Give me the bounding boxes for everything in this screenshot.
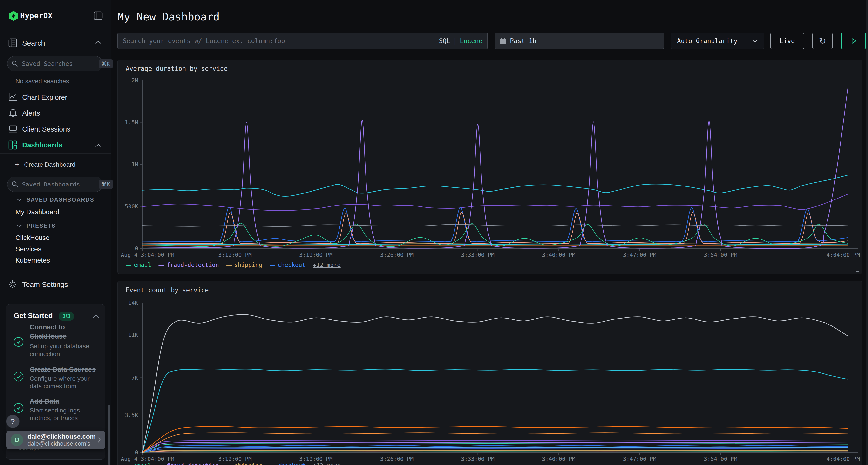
live-button[interactable]: Live bbox=[770, 33, 804, 49]
get-started-progress-badge: 3/3 bbox=[59, 311, 74, 321]
user-email: dale@clickhouse.com bbox=[28, 433, 97, 440]
legend-label[interactable]: shipping bbox=[235, 462, 262, 465]
sidebar-item-clickhouse[interactable]: ClickHouse bbox=[16, 234, 50, 242]
legend-swatch bbox=[126, 265, 131, 266]
search-section-icon bbox=[8, 38, 18, 48]
chart-legend: email fraud-detection shipping checkout … bbox=[126, 462, 341, 465]
saved-searches-input[interactable]: ⌘K bbox=[7, 56, 103, 71]
svg-text:3:19:00 PM: 3:19:00 PM bbox=[299, 252, 333, 258]
sql-toggle[interactable]: SQL bbox=[439, 37, 450, 44]
client-sessions-laptop-icon bbox=[8, 125, 18, 133]
legend-label[interactable]: shipping bbox=[235, 262, 262, 268]
legend-item[interactable]: checkout bbox=[270, 262, 306, 268]
check-circle-icon bbox=[13, 403, 24, 413]
legend-item[interactable]: email bbox=[126, 262, 151, 268]
svg-text:4:04:00 PM: 4:04:00 PM bbox=[827, 456, 860, 462]
alerts-bell-icon bbox=[9, 108, 18, 118]
sidebar-item-my-dashboard[interactable]: My Dashboard bbox=[16, 208, 59, 216]
create-dashboard-button[interactable]: Create Dashboard bbox=[24, 161, 75, 168]
time-range-picker[interactable]: Past 1h bbox=[495, 33, 664, 49]
help-button[interactable]: ? bbox=[6, 414, 20, 428]
event-search-input[interactable] bbox=[123, 37, 439, 44]
legend-label[interactable]: fraud-detection bbox=[166, 262, 219, 268]
granularity-select[interactable]: Auto Granularity bbox=[671, 33, 764, 49]
svg-text:0: 0 bbox=[135, 245, 138, 252]
panel-resize-handle[interactable] bbox=[856, 268, 859, 272]
sidebar-item-alerts[interactable]: Alerts bbox=[22, 109, 40, 117]
get-started-item-desc: Configure where your data comes from bbox=[30, 375, 100, 390]
legend-swatch bbox=[158, 265, 164, 266]
saved-searches-field[interactable] bbox=[22, 60, 99, 67]
saved-dashboards-input[interactable]: ⌘K bbox=[7, 176, 103, 192]
legend-item[interactable]: shipping bbox=[226, 462, 262, 465]
lucene-toggle[interactable]: Lucene bbox=[460, 37, 483, 44]
keyboard-shortcut-badge: ⌘K bbox=[99, 180, 113, 189]
time-range-value: Past 1h bbox=[510, 37, 536, 44]
sidebar-item-services[interactable]: Services bbox=[16, 245, 41, 253]
svg-text:3:40:00 PM: 3:40:00 PM bbox=[542, 252, 575, 258]
chevron-down-icon[interactable] bbox=[17, 224, 22, 227]
chevron-up-icon[interactable] bbox=[95, 143, 101, 147]
sidebar-item-chart-explorer[interactable]: Chart Explorer bbox=[22, 94, 67, 101]
legend-label[interactable]: email bbox=[134, 462, 151, 465]
chart-panel-event-count: Event count by service 03.5K7K11K14KAug … bbox=[117, 281, 863, 465]
chevron-down-icon[interactable] bbox=[17, 198, 22, 201]
avatar: D bbox=[10, 434, 23, 446]
chart-title: Event count by service bbox=[126, 287, 209, 294]
sidebar-item-team-settings[interactable]: Team Settings bbox=[22, 280, 68, 289]
svg-text:3:19:00 PM: 3:19:00 PM bbox=[299, 456, 333, 462]
get-started-item-title[interactable]: Connect to ClickHouse bbox=[30, 323, 92, 341]
legend-item[interactable]: checkout bbox=[270, 462, 306, 465]
legend-item[interactable]: shipping bbox=[226, 262, 262, 268]
user-menu[interactable]: D dale@clickhouse.com dale@clickhouse.co… bbox=[6, 431, 105, 449]
svg-text:4:04:00 PM: 4:04:00 PM bbox=[827, 252, 860, 258]
legend-item[interactable]: email bbox=[126, 462, 151, 465]
sidebar-item-dashboards[interactable]: Dashboards bbox=[22, 141, 63, 149]
legend-more-link[interactable]: +12 more bbox=[313, 262, 341, 268]
legend-label[interactable]: checkout bbox=[278, 462, 306, 465]
legend-more-link[interactable]: +12 more bbox=[313, 462, 341, 465]
legend-item[interactable]: fraud-detection bbox=[158, 262, 219, 268]
page-scrollbar[interactable] bbox=[866, 0, 868, 465]
play-button[interactable] bbox=[841, 33, 866, 49]
collapse-sidebar-icon[interactable] bbox=[94, 11, 103, 20]
get-started-item-title[interactable]: Create Data Sources bbox=[30, 365, 102, 374]
chevron-right-icon bbox=[97, 437, 101, 443]
event-count-chart[interactable]: 03.5K7K11K14KAug 4 3:04:00 PM3:12:00 PM3… bbox=[118, 281, 863, 465]
svg-text:7K: 7K bbox=[131, 375, 138, 381]
event-search-bar[interactable]: SQL | Lucene bbox=[117, 33, 488, 49]
legend-label[interactable]: fraud-detection bbox=[166, 462, 219, 465]
presets-header[interactable]: PRESETS bbox=[27, 223, 56, 229]
sidebar-item-client-sessions[interactable]: Client Sessions bbox=[22, 125, 70, 133]
legend-label[interactable]: checkout bbox=[278, 262, 306, 268]
search-icon bbox=[11, 181, 19, 188]
svg-text:3:47:00 PM: 3:47:00 PM bbox=[623, 252, 656, 258]
svg-text:14K: 14K bbox=[128, 300, 138, 306]
svg-text:Aug 4 3:04:00 PM: Aug 4 3:04:00 PM bbox=[121, 456, 174, 462]
saved-dashboards-header[interactable]: SAVED DASHBOARDS bbox=[27, 197, 94, 203]
sidebar-item-kubernetes[interactable]: Kubernetes bbox=[16, 257, 50, 264]
refresh-button[interactable]: ↻ bbox=[812, 33, 833, 49]
play-icon bbox=[849, 37, 858, 45]
no-saved-searches-note: No saved searches bbox=[16, 77, 69, 85]
dashboards-grid-icon bbox=[8, 140, 18, 150]
chevron-up-icon[interactable] bbox=[93, 314, 99, 318]
search-icon bbox=[11, 60, 19, 67]
legend-item[interactable]: fraud-detection bbox=[158, 462, 219, 465]
legend-label[interactable]: email bbox=[134, 262, 151, 268]
svg-text:Aug 4 3:04:00 PM: Aug 4 3:04:00 PM bbox=[121, 252, 174, 258]
chevron-up-icon[interactable] bbox=[95, 40, 101, 44]
svg-text:3:33:00 PM: 3:33:00 PM bbox=[461, 252, 494, 258]
sidebar-scrollbar[interactable] bbox=[108, 405, 110, 465]
chart-panel-avg-duration: Average duration by service 0500K1M1.5M2… bbox=[117, 60, 863, 274]
legend-swatch bbox=[226, 265, 232, 266]
saved-dashboards-field[interactable] bbox=[22, 181, 99, 188]
svg-text:500K: 500K bbox=[125, 203, 138, 210]
chart-explorer-icon bbox=[8, 93, 18, 102]
sidebar-item-search[interactable]: Search bbox=[22, 39, 45, 47]
hyperdx-logo-icon bbox=[9, 10, 18, 21]
legend-swatch bbox=[270, 265, 275, 266]
get-started-item-title[interactable]: Add Data bbox=[30, 397, 102, 406]
avg-duration-chart[interactable]: 0500K1M1.5M2MAug 4 3:04:00 PM3:12:00 PM3… bbox=[118, 60, 863, 261]
svg-text:3:26:00 PM: 3:26:00 PM bbox=[380, 456, 413, 462]
